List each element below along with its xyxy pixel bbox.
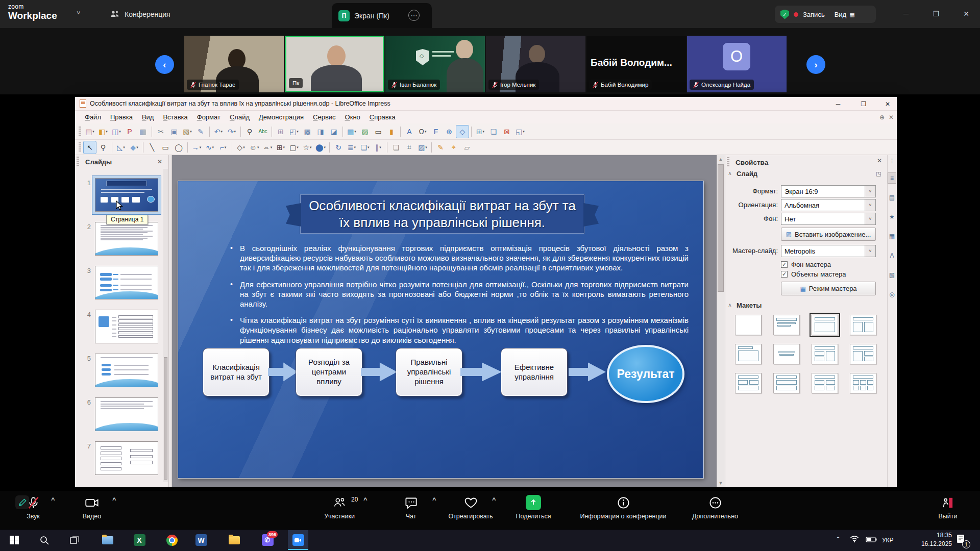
layout-option-9[interactable] [735,373,762,393]
layout-option-2[interactable] [773,315,800,335]
chevron-down-icon[interactable]: ˅ [865,213,875,224]
stars-icon[interactable]: ☆▾ [301,141,313,154]
distribute-icon[interactable]: ∥▾ [372,141,384,154]
slide-thumbnail-1[interactable] [95,178,158,212]
symbol-shapes-icon[interactable]: ☺▾ [248,141,260,154]
chevron-down-icon[interactable]: ˅ [77,9,81,17]
window-restore-button[interactable]: ❐ [927,6,945,21]
meeting-info-control[interactable]: Информация о конференции [567,494,680,520]
window-minimize-button[interactable]: ─ [897,6,915,21]
display-views-icon[interactable]: ◰▾ [288,126,300,138]
shadow-icon[interactable]: ❏ [390,141,402,154]
taskbar-chrome-icon[interactable] [162,530,182,550]
video-control[interactable]: Видео [54,494,130,520]
flow-step-box[interactable]: Розподіл за центрами впливу [296,348,362,396]
filter-icon[interactable]: ▨▾ [416,141,429,154]
leave-control[interactable]: Выйти [910,494,980,520]
sidebar-tab-animation-icon[interactable]: ★ [888,211,896,222]
taskbar-search-icon[interactable] [34,530,55,550]
sidebar-tab-styles-icon[interactable]: A [888,250,896,261]
toolbar-grip[interactable] [79,127,81,137]
flow-step-box[interactable]: Ефективне управління [501,348,568,396]
taskbar-word-icon[interactable]: W [191,530,211,550]
participants-options-chevron[interactable]: ^ [363,496,368,504]
layout-option-5[interactable] [735,344,762,364]
points-icon[interactable]: ✎ [434,141,447,154]
find-replace-icon[interactable]: ⚲ [243,126,256,138]
flow-step-box[interactable]: Класифікація витрат на збут [203,348,270,396]
slides-panel-scroll-thumb[interactable] [164,357,167,480]
wifi-icon[interactable] [850,535,859,543]
share-control[interactable]: Поделиться [495,494,572,520]
paste-icon[interactable]: ▧▾ [181,126,193,138]
slide-title-banner[interactable]: Особливості класифікації витрат на збут … [300,194,584,234]
layout-option-12[interactable] [850,373,876,393]
format-select[interactable]: Экран 16:9˅ [781,185,876,197]
cut-icon[interactable]: ✂ [155,126,167,138]
layout-option-3[interactable] [812,315,838,335]
battery-icon[interactable] [866,536,877,542]
impress-title-bar[interactable]: Особливості класифікації витрат на збут … [75,97,897,111]
video-options-chevron[interactable]: ^ [112,496,116,504]
canvas-scroll-thumb[interactable] [718,164,724,292]
insert-media-icon[interactable]: ▭ [372,126,384,138]
video-tile[interactable]: Іван Баланюк [385,36,485,92]
layout-option-6[interactable] [773,344,800,364]
fontwork-icon[interactable]: F [430,126,442,138]
lines-arrows-icon[interactable]: →▾ [190,141,203,154]
taskbar-excel-icon[interactable]: X [129,530,150,550]
gallery-prev-button[interactable]: ‹ [155,55,174,74]
insert-image-icon[interactable]: ▨ [359,126,371,138]
taskbar-file-explorer-icon[interactable] [97,530,118,550]
basic-shapes-icon[interactable]: ◇▾ [235,141,247,154]
slide-thumbnail-6[interactable] [95,397,158,431]
slide-thumbnail-7[interactable] [95,441,158,475]
panel-grip[interactable] [727,157,729,167]
properties-close-icon[interactable]: ✕ [877,157,882,164]
orientation-select[interactable]: Альбомная˅ [781,199,876,211]
extrusion-icon[interactable]: ▱ [461,141,473,154]
scroll-down-icon[interactable]: ▼ [717,479,725,487]
window-close-button[interactable]: ✕ [957,6,975,21]
header-footer-icon[interactable]: ◨ [314,126,327,138]
delete-slide-icon[interactable]: ⊠ [501,126,513,138]
rotate-icon[interactable]: ↻ [332,141,345,154]
slide-bullet-list[interactable]: •В сьогоднішніх реаліях функціонування т… [210,243,689,352]
zoom-pan-icon[interactable]: ⚲ [97,141,109,154]
sidebar-tab-master-slides-icon[interactable]: ▦ [888,231,896,242]
chevron-down-icon[interactable]: ˅ [865,186,875,197]
undo-icon[interactable]: ↶▾ [212,126,225,138]
tab-options-icon[interactable]: ⋯ [408,10,420,21]
new-slide-icon[interactable]: ⊞▾ [474,126,486,138]
video-tile[interactable]: Ігор Мельник [486,36,585,92]
menu-item-1[interactable]: Правка [106,111,137,123]
ellipse-icon[interactable]: ◯ [173,141,185,154]
slides-panel-close-icon[interactable]: ✕ [157,158,162,165]
insert-image-button[interactable]: ▨ Вставить изображение... [781,228,876,241]
language-indicator[interactable]: УКР [882,537,894,544]
toolbar-grip[interactable] [79,142,81,153]
slide-thumbnail-4[interactable] [95,310,158,343]
impress-close-button[interactable]: ✕ [879,97,896,110]
layout-option-1[interactable] [735,315,762,335]
duplicate-page-icon[interactable]: ◪ [328,126,340,138]
impress-minimize-button[interactable]: ─ [829,97,847,110]
duplicate-slide-icon[interactable]: ❏ [487,126,500,138]
master-mode-button[interactable]: ▦ Режим мастера [781,282,876,295]
flow-result-circle[interactable]: Результат [607,345,684,403]
slide-thumbnail-2[interactable] [95,222,158,256]
close-document-icon[interactable]: ✕ [889,114,894,121]
open-icon[interactable]: ◧▾ [97,126,109,138]
taskbar-zoom-icon[interactable] [288,530,308,550]
insert-textbox-icon[interactable]: A [403,126,415,138]
master-background-checkbox[interactable]: ✓ Фон мастера [781,260,831,269]
sidebar-tab-gallery-icon[interactable]: ▧ [888,269,896,281]
video-tile[interactable]: O Олександр Найда [687,36,787,92]
video-tile[interactable]: Бабій Володим... Бабій Володимир [586,36,686,92]
special-character-icon[interactable]: Ω▾ [416,126,429,138]
master-objects-checkbox[interactable]: ✓ Объекты мастера [781,270,846,279]
callouts-icon[interactable]: ▢▾ [288,141,300,154]
menu-item-2[interactable]: Вид [137,111,159,123]
flow-step-box[interactable]: Правильні управлінські рішення [396,348,462,396]
layout-option-8[interactable] [850,344,876,364]
